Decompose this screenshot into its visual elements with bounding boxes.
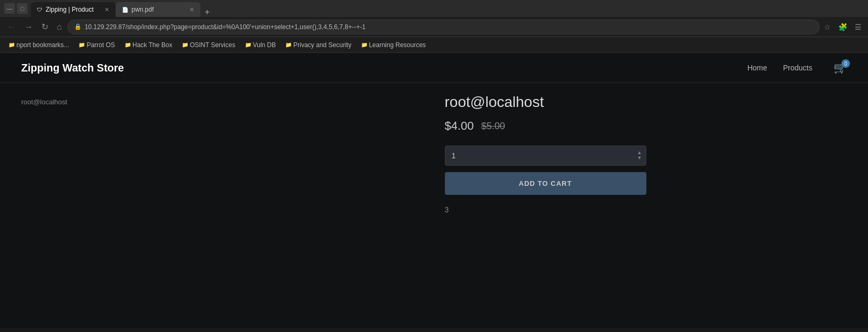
quantity-select[interactable]: 1 2 3 (445, 146, 646, 166)
product-main: root@localhost root@localhost $4.00 $5.0… (0, 83, 868, 214)
quantity-wrapper: 1 2 3 ▲ ▼ (445, 146, 646, 166)
bookmark-item-hackthebox[interactable]: 📁 Hack The Box (120, 40, 177, 50)
reload-button[interactable]: ↻ (38, 20, 51, 34)
site-header: Zipping Watch Store Home Products 🛒 0 (0, 53, 868, 83)
minimize-button[interactable]: — (4, 3, 15, 14)
menu-button[interactable]: ☰ (853, 21, 864, 33)
bookmark-label-7: Learning Resources (369, 41, 426, 49)
bookmark-item-learning[interactable]: 📁 Learning Resources (357, 40, 430, 50)
extensions-button[interactable]: 🧩 (836, 21, 849, 33)
product-pricing: $4.00 $5.00 (445, 119, 847, 133)
bookmark-item-privacy[interactable]: 📁 Privacy and Security (281, 40, 355, 50)
title-bar: — □ 🛡 Zipping | Product ✕ 📄 pwn.pdf ✕ + (0, 0, 868, 17)
bookmark-folder-icon-1: 📁 (8, 42, 15, 48)
site-logo: Zipping Watch Store (21, 62, 124, 74)
bookmark-folder-icon-4: 📁 (182, 42, 188, 48)
bookmark-label-2: Parrot OS (86, 41, 115, 49)
add-to-cart-button[interactable]: ADD TO CART (445, 172, 646, 195)
bookmark-star-button[interactable]: ☆ (822, 21, 833, 33)
bookmark-folder-icon-2: 📁 (78, 42, 85, 48)
tabs-container: 🛡 Zipping | Product ✕ 📄 pwn.pdf ✕ + (31, 0, 864, 17)
bookmark-item-osint[interactable]: 📁 OSINT Services (178, 40, 240, 50)
price-current: $4.00 (445, 119, 474, 133)
forward-button[interactable]: → (21, 20, 36, 34)
tab-close-2[interactable]: ✕ (189, 6, 194, 13)
address-bar[interactable]: 🔒 10.129.229.87/shop/index.php?page=prod… (67, 20, 820, 34)
tile-button[interactable]: □ (17, 3, 28, 14)
bookmark-label-1: nport bookmarks... (16, 41, 69, 49)
window-controls: — □ (4, 3, 28, 14)
url-text: 10.129.229.87/shop/index.php?page=produc… (85, 23, 813, 31)
price-original: $5.00 (481, 121, 505, 132)
tab-pwn-pdf[interactable]: 📄 pwn.pdf ✕ (116, 2, 200, 17)
lock-icon: 🔒 (74, 23, 82, 30)
bookmarks-bar: 📁 nport bookmarks... 📁 Parrot OS 📁 Hack … (0, 37, 868, 53)
home-button[interactable]: ⌂ (54, 20, 65, 34)
bookmark-item-vulndb[interactable]: 📁 Vuln DB (241, 40, 280, 50)
bookmark-label-4: OSINT Services (190, 41, 235, 49)
bookmark-label-5: Vuln DB (253, 41, 276, 49)
product-left: root@localhost (21, 94, 424, 214)
product-right: root@localhost $4.00 $5.00 1 2 3 ▲ ▼ ADD… (424, 94, 847, 214)
cart-button[interactable]: 🛒 0 (834, 61, 847, 74)
product-title: root@localhost (445, 94, 847, 111)
tab-close-1[interactable]: ✕ (104, 6, 109, 13)
bookmark-label-3: Hack The Box (133, 41, 172, 49)
tab-favicon-1: 🛡 (37, 7, 42, 13)
page-content: Zipping Watch Store Home Products 🛒 0 ro… (0, 53, 868, 328)
bookmark-item-parrot[interactable]: 📁 Parrot OS (74, 40, 119, 50)
bookmark-folder-icon-7: 📁 (361, 42, 367, 48)
nav-products[interactable]: Products (783, 64, 812, 72)
bookmark-folder-icon-3: 📁 (125, 42, 131, 48)
new-tab-button[interactable]: + (200, 7, 214, 17)
nav-home[interactable]: Home (747, 64, 767, 72)
bookmark-item-nport[interactable]: 📁 nport bookmarks... (4, 40, 73, 50)
cart-badge: 0 (841, 59, 850, 68)
tab-favicon-2: 📄 (122, 7, 128, 13)
product-extra: 3 (445, 205, 847, 214)
tab-zipping-product[interactable]: 🛡 Zipping | Product ✕ (31, 2, 116, 17)
bookmark-folder-icon-6: 📁 (285, 42, 292, 48)
toolbar: ← → ↻ ⌂ 🔒 10.129.229.87/shop/index.php?p… (0, 17, 868, 37)
bookmark-folder-icon-5: 📁 (245, 42, 251, 48)
toolbar-right: ☆ 🧩 ☰ (822, 21, 864, 33)
tab-label-1: Zipping | Product (46, 6, 94, 13)
bookmark-label-6: Privacy and Security (293, 41, 351, 49)
site-nav: Home Products (747, 64, 812, 72)
back-button[interactable]: ← (4, 20, 19, 34)
tab-label-2: pwn.pdf (131, 6, 154, 13)
breadcrumb: root@localhost (21, 98, 424, 106)
